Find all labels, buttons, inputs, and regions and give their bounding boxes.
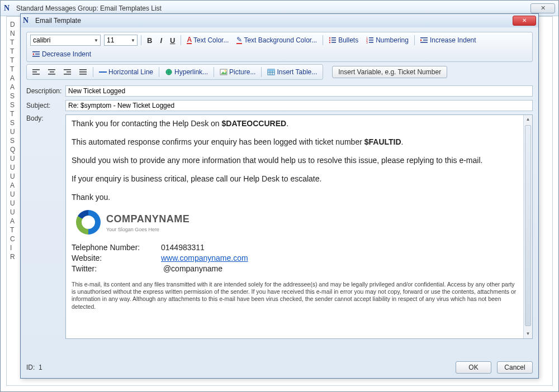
description-label: Description:: [26, 87, 65, 95]
chevron-down-icon[interactable]: ▼: [92, 38, 100, 43]
text-color-button[interactable]: A Text Color...: [184, 35, 231, 45]
svg-rect-14: [420, 42, 428, 43]
svg-rect-22: [50, 71, 54, 73]
indent-increase-icon: [420, 36, 428, 44]
svg-rect-1: [331, 37, 336, 39]
align-center-icon: [48, 68, 56, 76]
app-icon: N: [4, 4, 13, 13]
website-link[interactable]: www.companyname.com: [161, 253, 248, 264]
body-content[interactable]: Thank you for contacting the Help Desk o…: [66, 115, 523, 338]
contact-telephone: Telephone Number:0144983311: [72, 242, 518, 253]
font-name-input[interactable]: [31, 35, 92, 45]
svg-rect-19: [32, 71, 37, 73]
body-paragraph: Thank you.: [72, 192, 518, 203]
description-input[interactable]: [65, 85, 533, 97]
picture-button[interactable]: Picture...: [217, 67, 258, 77]
svg-point-33: [225, 70, 226, 71]
subject-label: Subject:: [26, 102, 65, 109]
contact-website: Website:www.companyname.com: [72, 253, 518, 264]
separator: [93, 67, 93, 77]
dialog-icon: N: [23, 16, 32, 25]
svg-rect-24: [64, 69, 71, 70]
numbering-button[interactable]: 123 Numbering: [364, 35, 411, 45]
scroll-thumb[interactable]: [525, 125, 531, 326]
cancel-button[interactable]: Cancel: [497, 361, 533, 374]
id-label: ID: 1: [26, 364, 42, 371]
dialog-titlebar[interactable]: N Email Template ✕: [21, 14, 538, 27]
svg-rect-9: [369, 40, 373, 41]
dialog-close-button[interactable]: ✕: [513, 16, 536, 26]
svg-text:3: 3: [366, 41, 368, 44]
separator: [159, 67, 159, 77]
hyperlink-button[interactable]: Hyperlink...: [163, 67, 210, 77]
svg-rect-18: [32, 69, 40, 70]
bullets-button[interactable]: Bullets: [326, 35, 361, 45]
subject-input[interactable]: [65, 100, 533, 111]
horizontal-line-button[interactable]: Horizontal Line: [97, 67, 155, 77]
svg-rect-3: [331, 40, 336, 41]
align-left-button[interactable]: [30, 67, 42, 77]
svg-point-4: [329, 42, 330, 43]
font-name-combo[interactable]: ▼: [30, 35, 101, 46]
align-right-icon: [64, 68, 72, 76]
body-paragraph: If your enquiry is business critical, pl…: [72, 174, 518, 184]
body-label: Body:: [26, 114, 65, 339]
align-center-button[interactable]: [46, 67, 58, 77]
chevron-down-icon[interactable]: ▼: [129, 38, 137, 43]
increase-indent-button[interactable]: Increase Indent: [418, 35, 479, 45]
parent-close-button[interactable]: ✕: [530, 3, 555, 13]
decrease-indent-button[interactable]: Decrease Indent: [30, 49, 93, 59]
underline-button[interactable]: U: [168, 35, 177, 46]
company-logo-text: COMPANYNAME Your Slogan Goes Here: [106, 212, 190, 232]
svg-rect-16: [35, 54, 40, 55]
align-justify-icon: [79, 68, 87, 76]
align-justify-button[interactable]: [77, 67, 89, 77]
dialog-body: ▼ ▼ B I U A Text Color... ✎ Text Backgro…: [21, 27, 538, 378]
svg-rect-25: [67, 71, 71, 73]
separator: [323, 35, 323, 45]
scroll-up-arrow[interactable]: ▲: [524, 115, 532, 124]
separator: [181, 35, 181, 45]
dialog-footer: ID: 1 OK Cancel: [26, 361, 533, 374]
company-logo-icon: [76, 210, 101, 235]
body-editor[interactable]: Thank you for contacting the Help Desk o…: [65, 114, 533, 339]
description-row: Description:: [26, 85, 533, 97]
font-size-combo[interactable]: ▼: [104, 35, 138, 46]
svg-rect-7: [369, 37, 373, 39]
svg-rect-23: [48, 74, 55, 75]
text-color-icon: A: [187, 36, 192, 44]
svg-rect-17: [32, 56, 40, 57]
separator: [261, 67, 262, 77]
email-template-dialog: N Email Template ✕ ▼ ▼ B I U A Text Colo…: [20, 13, 539, 379]
body-row: Body: Thank you for contacting the Help …: [26, 114, 533, 339]
italic-button[interactable]: I: [158, 35, 164, 46]
bold-button[interactable]: B: [145, 35, 154, 46]
subject-row: Subject:: [26, 100, 533, 111]
contact-twitter: Twitter: @companyname: [72, 264, 518, 274]
insert-table-button[interactable]: Insert Table...: [265, 67, 319, 77]
numbering-icon: 123: [366, 36, 374, 44]
svg-rect-29: [79, 74, 87, 75]
svg-rect-12: [420, 37, 428, 39]
formatting-toolbar: ▼ ▼ B I U A Text Color... ✎ Text Backgro…: [26, 32, 533, 62]
svg-rect-39: [268, 69, 274, 71]
align-left-icon: [32, 68, 40, 76]
parent-title: Standard Messages Group: Email Templates…: [16, 4, 162, 12]
separator: [414, 35, 415, 45]
align-right-button[interactable]: [61, 67, 74, 77]
svg-rect-15: [32, 51, 40, 52]
body-paragraph: Thank you for contacting the Help Desk o…: [72, 118, 518, 129]
text-bg-color-button[interactable]: ✎ Text Background Color...: [234, 35, 319, 45]
globe-link-icon: [165, 68, 173, 76]
picture-icon: [220, 68, 228, 76]
insert-variable-button[interactable]: Insert Variable, e.g. Ticket Number: [332, 66, 447, 78]
table-icon: [267, 68, 275, 76]
scroll-down-arrow[interactable]: ▼: [524, 329, 532, 338]
dialog-title: Email Template: [35, 17, 81, 25]
svg-rect-26: [64, 74, 71, 75]
svg-point-0: [329, 37, 330, 39]
indent-decrease-icon: [32, 50, 40, 58]
body-scrollbar[interactable]: ▲ ▼: [523, 115, 532, 338]
ok-button[interactable]: OK: [456, 361, 491, 374]
font-size-input[interactable]: [105, 35, 129, 45]
